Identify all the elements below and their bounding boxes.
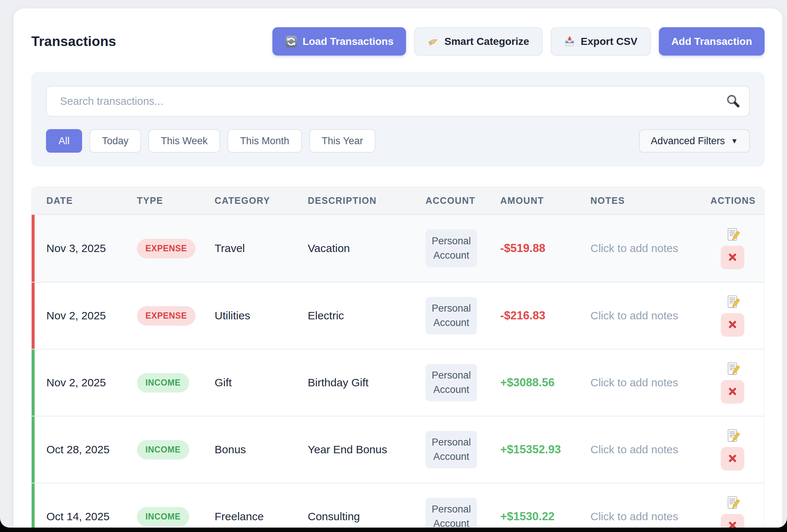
red-x-icon (727, 453, 738, 465)
cell-actions (696, 429, 764, 471)
add-notes-placeholder[interactable]: Click to add notes (590, 376, 678, 389)
cell-account: Personal Account (411, 297, 486, 334)
cell-category: Travel (200, 242, 293, 255)
edit-note-button[interactable] (725, 227, 740, 242)
type-badge: INCOME (137, 507, 189, 526)
account-badge: Personal Account (426, 431, 477, 468)
filter-chip-all[interactable]: All (46, 129, 82, 153)
amount-value: +$15352.93 (500, 443, 561, 456)
filter-chip-this-month[interactable]: This Month (227, 129, 302, 153)
add-notes-placeholder[interactable]: Click to add notes (590, 309, 678, 322)
cell-actions (696, 295, 764, 337)
table-header: DATE TYPE CATEGORY DESCRIPTION ACCOUNT A… (32, 187, 764, 215)
type-badge: INCOME (137, 373, 189, 393)
memo-pencil-icon (725, 372, 740, 377)
table-row[interactable]: Oct 28, 2025 INCOME Bonus Year End Bonus… (32, 416, 764, 483)
edit-note-button[interactable] (725, 295, 740, 309)
toolbar: Load Transactions Smart Categorize (272, 27, 765, 56)
cell-notes: Click to add notes (576, 510, 696, 523)
delete-row-button[interactable] (721, 380, 744, 404)
cell-category: Bonus (200, 443, 293, 456)
filter-chip-this-week[interactable]: This Week (148, 129, 220, 153)
topbar: Transactions Load Transactions (31, 27, 765, 56)
cell-notes: Click to add notes (576, 309, 696, 322)
advanced-filters-label: Advanced Filters (651, 135, 725, 147)
cell-type: INCOME (122, 507, 200, 526)
col-header-actions: ACTIONS (696, 195, 764, 206)
cell-amount: +$1530.22 (486, 510, 576, 523)
cell-description: Vacation (293, 242, 411, 255)
cell-account: Personal Account (411, 364, 486, 401)
filter-chip-today[interactable]: Today (89, 129, 141, 153)
memo-pencil-icon (725, 506, 740, 511)
cell-description: Electric (293, 309, 411, 322)
row-actions (710, 362, 755, 404)
smart-categorize-button[interactable]: Smart Categorize (414, 27, 542, 56)
row-actions (710, 295, 755, 337)
cell-date: Oct 14, 2025 (32, 510, 122, 523)
cell-description: Birthday Gift (293, 376, 411, 389)
add-notes-placeholder[interactable]: Click to add notes (590, 510, 678, 522)
add-notes-placeholder[interactable]: Click to add notes (590, 242, 678, 254)
amount-value: -$216.83 (500, 309, 545, 322)
transactions-table: DATE TYPE CATEGORY DESCRIPTION ACCOUNT A… (31, 187, 765, 528)
cell-type: INCOME (122, 373, 200, 393)
cell-description: Year End Bonus (293, 443, 411, 456)
delete-row-button[interactable] (721, 246, 744, 269)
table-row[interactable]: Nov 2, 2025 INCOME Gift Birthday Gift Pe… (32, 349, 764, 416)
memo-pencil-icon (725, 238, 740, 243)
page-title: Transactions (31, 34, 116, 49)
red-x-icon (727, 520, 738, 528)
edit-note-button[interactable] (725, 429, 740, 443)
cell-date: Nov 3, 2025 (32, 242, 122, 255)
edit-note-button[interactable] (725, 362, 740, 376)
col-header-account: ACCOUNT (411, 195, 486, 206)
cell-date: Nov 2, 2025 (32, 309, 122, 322)
cell-notes: Click to add notes (576, 443, 696, 456)
type-badge: INCOME (137, 440, 189, 460)
add-transaction-button[interactable]: Add Transaction (659, 27, 765, 56)
add-notes-placeholder[interactable]: Click to add notes (590, 443, 678, 455)
add-transaction-label: Add Transaction (671, 36, 752, 47)
table-row[interactable]: Oct 14, 2025 INCOME Freelance Consulting… (32, 483, 764, 528)
filter-chip-this-year[interactable]: This Year (309, 129, 376, 153)
inbox-tray-icon (564, 36, 576, 47)
cell-actions (696, 496, 764, 528)
export-csv-button[interactable]: Export CSV (551, 27, 651, 56)
cell-category: Gift (200, 376, 293, 389)
search-wrap (46, 86, 750, 117)
table-row[interactable]: Nov 2, 2025 EXPENSE Utilities Electric P… (32, 282, 764, 349)
col-header-notes: NOTES (576, 195, 696, 206)
search-input[interactable] (46, 86, 750, 117)
cell-date: Oct 28, 2025 (32, 443, 122, 456)
memo-pencil-icon (725, 305, 740, 311)
delete-row-button[interactable] (721, 514, 744, 528)
cell-date: Nov 2, 2025 (32, 376, 122, 389)
row-actions (710, 429, 755, 471)
cell-account: Personal Account (411, 498, 486, 528)
tag-icon (427, 36, 439, 47)
cell-amount: +$15352.93 (486, 443, 576, 456)
cell-notes: Click to add notes (576, 376, 696, 389)
delete-row-button[interactable] (721, 313, 744, 337)
account-badge: Personal Account (426, 498, 477, 528)
red-x-icon (727, 252, 738, 263)
row-actions (710, 227, 755, 269)
edit-note-button[interactable] (725, 496, 740, 510)
cell-amount: -$519.88 (486, 242, 576, 255)
load-transactions-button[interactable]: Load Transactions (272, 27, 406, 56)
refresh-icon (285, 35, 297, 48)
cell-amount: -$216.83 (486, 309, 576, 322)
row-actions (710, 496, 755, 528)
cell-account: Personal Account (411, 230, 486, 267)
amount-value: -$519.88 (500, 242, 545, 255)
magnifier-icon[interactable] (726, 94, 740, 110)
col-header-description: DESCRIPTION (293, 195, 411, 206)
advanced-filters-button[interactable]: Advanced Filters ▼ (639, 129, 750, 153)
table-row[interactable]: Nov 3, 2025 EXPENSE Travel Vacation Pers… (32, 215, 764, 282)
cell-actions (696, 227, 764, 269)
red-x-icon (727, 319, 738, 331)
cell-category: Freelance (200, 510, 293, 523)
red-x-icon (727, 386, 738, 398)
delete-row-button[interactable] (721, 447, 744, 471)
